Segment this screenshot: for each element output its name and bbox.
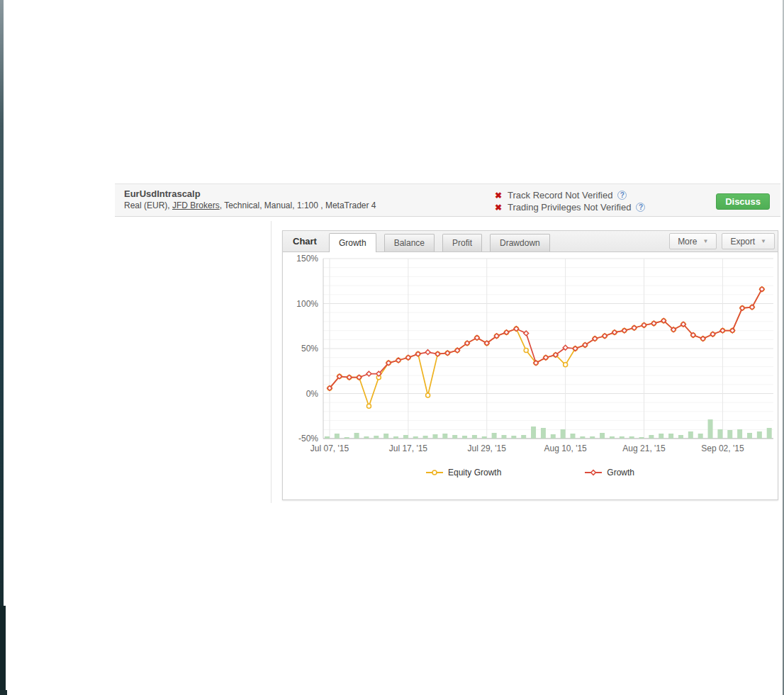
track-record-label: Track Record Not Verified <box>508 190 612 200</box>
chart-tab-bar: Chart Growth Balance Profit Drawdown Mor… <box>283 231 778 252</box>
legend-item-equity-growth[interactable]: Equity Growth <box>426 468 501 478</box>
trading-privileges-row: ✖ Trading Privileges Not Verified ? <box>495 201 645 213</box>
verification-status: ✖ Track Record Not Verified ? ✖ Trading … <box>495 189 645 213</box>
tab-profit[interactable]: Profit <box>442 234 482 252</box>
svg-text:Aug 10, '15: Aug 10, '15 <box>544 443 587 453</box>
more-button[interactable]: More ▼ <box>669 233 717 249</box>
svg-text:50%: 50% <box>301 344 318 354</box>
account-subtitle: Real (EUR), JFD Brokers, Technical, Manu… <box>124 200 376 211</box>
growth-chart[interactable]: Jul 07, '15Jul 17, '15Jul 29, '15Aug 10,… <box>283 252 777 459</box>
chevron-down-icon: ▼ <box>761 238 766 244</box>
account-details: , Technical, Manual, 1:100 , MetaTrader … <box>220 200 376 210</box>
discuss-button[interactable]: Discuss <box>716 193 770 210</box>
svg-text:Aug 21, '15: Aug 21, '15 <box>622 443 666 453</box>
trading-privileges-label: Trading Privileges Not Verified <box>508 202 631 213</box>
chart-controls: More ▼ Export ▼ <box>669 233 778 249</box>
background-bottom-notch <box>0 690 7 695</box>
export-button[interactable]: Export ▼ <box>722 233 775 249</box>
svg-text:Jul 29, '15: Jul 29, '15 <box>468 443 507 453</box>
growth-marker-icon <box>585 469 602 476</box>
account-info: EurUsdIntrascalp Real (EUR), JFD Brokers… <box>124 188 376 211</box>
svg-text:Sep 02, '15: Sep 02, '15 <box>701 443 744 453</box>
tab-drawdown[interactable]: Drawdown <box>490 234 550 252</box>
more-button-label: More <box>678 237 697 247</box>
broker-link[interactable]: JFD Brokers <box>172 200 220 210</box>
chart-panel: Chart Growth Balance Profit Drawdown Mor… <box>282 230 778 500</box>
chart-legend: Equity Growth Growth <box>283 468 778 478</box>
panel-title: Chart <box>283 236 329 247</box>
left-panel-divider <box>115 221 271 503</box>
svg-text:100%: 100% <box>296 299 318 309</box>
chevron-down-icon: ▼ <box>702 238 708 244</box>
background-left-edge <box>0 0 4 695</box>
svg-text:Jul 17, '15: Jul 17, '15 <box>389 443 428 453</box>
account-header: EurUsdIntrascalp Real (EUR), JFD Brokers… <box>115 183 780 217</box>
legend-label: Growth <box>607 468 634 478</box>
not-verified-icon: ✖ <box>495 191 502 200</box>
account-type: Real (EUR), <box>124 200 172 210</box>
svg-text:Jul 07, '15: Jul 07, '15 <box>310 443 349 453</box>
equity-growth-marker-icon <box>426 469 443 476</box>
tab-growth[interactable]: Growth <box>329 233 376 252</box>
export-button-label: Export <box>730 237 755 247</box>
tab-balance[interactable]: Balance <box>384 234 435 252</box>
track-record-row: ✖ Track Record Not Verified ? <box>495 189 645 201</box>
not-verified-icon: ✖ <box>495 203 502 212</box>
legend-item-growth[interactable]: Growth <box>585 468 634 478</box>
info-icon[interactable]: ? <box>636 203 645 212</box>
svg-text:0%: 0% <box>306 389 319 399</box>
page: EurUsdIntrascalp Real (EUR), JFD Brokers… <box>0 0 784 695</box>
svg-text:-50%: -50% <box>298 434 318 443</box>
svg-text:150%: 150% <box>296 254 318 264</box>
background-left-edge-bottom <box>0 606 6 695</box>
legend-label: Equity Growth <box>448 468 501 478</box>
info-icon[interactable]: ? <box>617 191 627 200</box>
account-title: EurUsdIntrascalp <box>124 188 376 200</box>
